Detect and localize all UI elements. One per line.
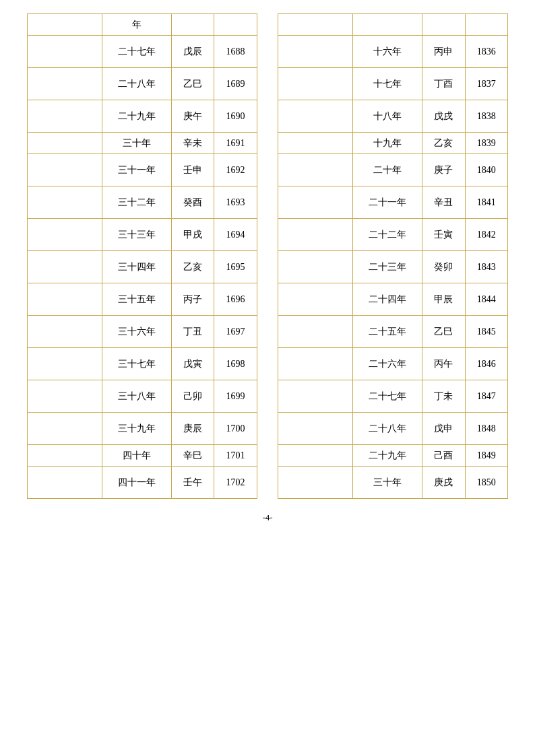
sep-cell bbox=[257, 413, 278, 445]
sep-cell bbox=[257, 348, 278, 380]
year-cell: 四十年 bbox=[102, 445, 171, 467]
ad-cell: 1696 bbox=[214, 283, 257, 316]
gz-cell2: 甲辰 bbox=[422, 283, 465, 316]
gz-cell: 壬午 bbox=[171, 467, 214, 499]
era-cell bbox=[28, 283, 102, 316]
ad-cell2 bbox=[465, 14, 507, 36]
sep-cell bbox=[257, 36, 278, 68]
gz-cell bbox=[171, 14, 214, 36]
era-cell bbox=[28, 251, 102, 283]
ad-cell2: 1841 bbox=[465, 186, 507, 219]
era-cell2 bbox=[278, 100, 353, 133]
year-cell2: 二十四年 bbox=[353, 283, 422, 316]
era-cell bbox=[28, 380, 102, 413]
era-cell bbox=[28, 154, 102, 186]
ad-cell: 1700 bbox=[214, 413, 257, 445]
era-cell2 bbox=[278, 133, 353, 154]
sep-cell bbox=[257, 283, 278, 316]
ad-cell: 1701 bbox=[214, 445, 257, 467]
year-cell2: 二十七年 bbox=[353, 380, 422, 413]
sep-cell bbox=[257, 316, 278, 348]
ad-cell: 1691 bbox=[214, 133, 257, 154]
era-cell2 bbox=[278, 186, 353, 219]
ad-cell2: 1837 bbox=[465, 68, 507, 100]
era-cell bbox=[28, 316, 102, 348]
gz-cell: 辛未 bbox=[171, 133, 214, 154]
ad-cell2: 1850 bbox=[465, 467, 507, 499]
year-cell2: 二十六年 bbox=[353, 348, 422, 380]
ad-cell2: 1843 bbox=[465, 251, 507, 283]
year-cell: 三十年 bbox=[102, 133, 171, 154]
era-cell2 bbox=[278, 348, 353, 380]
gz-cell: 戊寅 bbox=[171, 348, 214, 380]
gz-cell2: 丁酉 bbox=[422, 68, 465, 100]
year-cell: 四十一年 bbox=[102, 467, 171, 499]
year-cell2: 三十年 bbox=[353, 467, 422, 499]
ad-cell2: 1838 bbox=[465, 100, 507, 133]
year-cell: 二十七年 bbox=[102, 36, 171, 68]
sep-cell bbox=[257, 445, 278, 467]
ad-cell2: 1844 bbox=[465, 283, 507, 316]
year-cell2: 十七年 bbox=[353, 68, 422, 100]
year-cell2: 十六年 bbox=[353, 36, 422, 68]
era-cell bbox=[28, 467, 102, 499]
sep-cell bbox=[257, 219, 278, 251]
gz-cell2: 癸卯 bbox=[422, 251, 465, 283]
ad-cell2: 1846 bbox=[465, 348, 507, 380]
era-cell2 bbox=[278, 316, 353, 348]
ad-cell: 1692 bbox=[214, 154, 257, 186]
ad-cell2: 1845 bbox=[465, 316, 507, 348]
era-cell2 bbox=[278, 380, 353, 413]
ad-cell: 1702 bbox=[214, 467, 257, 499]
page-container: 年 二十七年 戊辰 1688 十六年 丙申 1836 二十八年 乙巳 1689 bbox=[27, 13, 508, 523]
year-cell: 二十九年 bbox=[102, 100, 171, 133]
gz-cell: 壬申 bbox=[171, 154, 214, 186]
year-cell2: 二十九年 bbox=[353, 445, 422, 467]
year-cell: 三十九年 bbox=[102, 413, 171, 445]
sep-cell bbox=[257, 186, 278, 219]
gz-cell2: 乙巳 bbox=[422, 316, 465, 348]
era-cell bbox=[28, 219, 102, 251]
ad-cell2: 1849 bbox=[465, 445, 507, 467]
gz-cell2: 丁未 bbox=[422, 380, 465, 413]
gz-cell: 庚辰 bbox=[171, 413, 214, 445]
year-cell2: 二十八年 bbox=[353, 413, 422, 445]
ad-cell bbox=[214, 14, 257, 36]
year-cell: 三十三年 bbox=[102, 219, 171, 251]
year-cell: 三十八年 bbox=[102, 380, 171, 413]
gz-cell2 bbox=[422, 14, 465, 36]
year-cell2: 二十年 bbox=[353, 154, 422, 186]
era-cell bbox=[28, 133, 102, 154]
era-cell2 bbox=[278, 283, 353, 316]
year-cell: 年 bbox=[102, 14, 171, 36]
sep-cell bbox=[257, 68, 278, 100]
sep-cell bbox=[257, 380, 278, 413]
sep-cell bbox=[257, 100, 278, 133]
gz-cell: 甲戌 bbox=[171, 219, 214, 251]
ad-cell2: 1836 bbox=[465, 36, 507, 68]
ad-cell: 1695 bbox=[214, 251, 257, 283]
year-cell: 三十六年 bbox=[102, 316, 171, 348]
gz-cell2: 丙申 bbox=[422, 36, 465, 68]
gz-cell2: 丙午 bbox=[422, 348, 465, 380]
gz-cell: 庚午 bbox=[171, 100, 214, 133]
gz-cell: 乙巳 bbox=[171, 68, 214, 100]
ad-cell: 1689 bbox=[214, 68, 257, 100]
era-cell bbox=[28, 68, 102, 100]
gz-cell: 辛巳 bbox=[171, 445, 214, 467]
gz-cell: 己卯 bbox=[171, 380, 214, 413]
era-cell2 bbox=[278, 154, 353, 186]
year-cell: 三十七年 bbox=[102, 348, 171, 380]
gz-cell: 戊辰 bbox=[171, 36, 214, 68]
gz-cell2: 庚子 bbox=[422, 154, 465, 186]
era-cell bbox=[28, 14, 102, 36]
era-cell bbox=[28, 100, 102, 133]
gz-cell: 丁丑 bbox=[171, 316, 214, 348]
era-cell2 bbox=[278, 219, 353, 251]
gz-cell2: 戊戌 bbox=[422, 100, 465, 133]
gz-cell: 丙子 bbox=[171, 283, 214, 316]
era-cell2 bbox=[278, 413, 353, 445]
gz-cell2: 戊申 bbox=[422, 413, 465, 445]
ad-cell: 1699 bbox=[214, 380, 257, 413]
year-cell2: 十八年 bbox=[353, 100, 422, 133]
